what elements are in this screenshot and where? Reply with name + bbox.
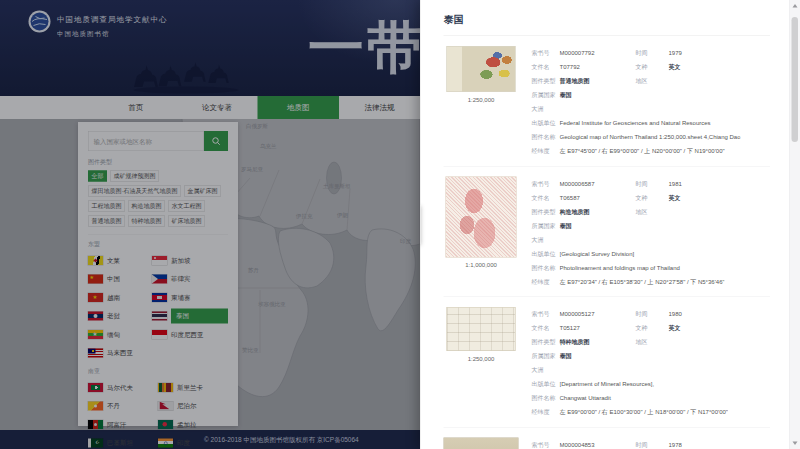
field-label: 文件名	[532, 324, 560, 333]
field-value: T05127	[560, 325, 636, 332]
field-label: 大洲	[532, 366, 560, 375]
panel-scrollbar[interactable]	[790, 0, 800, 449]
field-label: 图件类型	[532, 207, 560, 216]
record-scale: 1:250,000	[444, 355, 519, 362]
field-value: T07792	[560, 64, 636, 71]
field-value[interactable]: 泰国	[560, 91, 741, 100]
field-label: 时间	[636, 49, 669, 58]
record-thumb-column: 1:250,000	[444, 46, 519, 158]
record-thumbnail[interactable]	[447, 46, 516, 92]
close-panel-button[interactable]: ×	[420, 205, 421, 244]
record-fields: 索书号M000006587 时间1981 文件名T06587 文种英文 图件类型…	[532, 177, 725, 289]
field-label: 图件名称	[532, 394, 560, 403]
field-label: 出版单位	[532, 380, 560, 389]
field-value: 左 E97°20'34" / 右 E105°38'30" / 上 N20°27'…	[560, 277, 725, 286]
record-thumb-column: 1:1,000,000	[444, 177, 519, 289]
record-scale: 1:1,000,000	[444, 262, 519, 269]
field-label: 时间	[636, 440, 669, 449]
scrollbar-thumb[interactable]	[792, 17, 799, 142]
field-value: 1979	[669, 50, 741, 57]
field-value[interactable]: 构造地质图	[560, 207, 636, 216]
field-label: 图件类型	[532, 77, 560, 86]
field-label: 所属国家	[532, 352, 560, 361]
record-fields: 索书号M000005127 时间1980 文件名T05127 文种英文 图件类型…	[532, 307, 728, 419]
field-label: 文件名	[532, 193, 560, 202]
field-value[interactable]: 普通地质图	[560, 77, 636, 86]
field-label: 地区	[636, 338, 669, 347]
results-panel: × 泰国 1:250,000 索书号M000007792 时间1979 文件名T…	[420, 0, 800, 449]
field-label: 地区	[636, 207, 669, 216]
field-label: 文件名	[532, 63, 560, 72]
field-value: 1978	[669, 441, 682, 448]
field-value: M000005127	[560, 311, 636, 318]
field-value: 左 E97°45'00" / 右 E99°00'00" / 上 N20°00'0…	[560, 147, 741, 156]
record-thumb-column	[444, 438, 519, 449]
field-value: M000004853	[560, 441, 636, 448]
field-value: [Department of Mineral Resources],	[560, 381, 728, 388]
field-label: 图件名称	[532, 263, 560, 272]
field-value[interactable]: 特种地质图	[560, 338, 636, 347]
field-value: Federal Institute for Geosciences and Na…	[560, 120, 741, 127]
field-label: 所属国家	[532, 221, 560, 230]
field-label: 经纬度	[532, 408, 560, 417]
record-scale: 1:250,000	[444, 96, 519, 103]
field-value: 英文	[669, 193, 725, 202]
field-label: 地区	[636, 77, 669, 86]
record-item[interactable]: 1:250,000 索书号M000005127 时间1980 文件名T05127…	[444, 297, 771, 428]
field-label: 时间	[636, 310, 669, 319]
field-value: [Geological Survey Division]	[560, 250, 725, 257]
field-value: 英文	[669, 63, 741, 72]
scroll-down-icon[interactable]	[793, 442, 798, 446]
field-value: 1981	[669, 180, 725, 187]
field-label: 文种	[636, 324, 669, 333]
record-thumbnail[interactable]	[444, 438, 519, 449]
record-item[interactable]: 1:250,000 索书号M000007792 时间1979 文件名T07792…	[444, 36, 771, 167]
field-label: 时间	[636, 179, 669, 188]
field-label: 经纬度	[532, 277, 560, 286]
field-value: Changwat Uttaradit	[560, 395, 728, 402]
field-label: 经纬度	[532, 147, 560, 156]
field-value: T06587	[560, 194, 636, 201]
field-label: 大洲	[532, 235, 560, 244]
field-label: 大洲	[532, 105, 560, 114]
field-value[interactable]: 泰国	[560, 221, 725, 230]
field-label: 索书号	[532, 49, 560, 58]
field-value: M000007792	[560, 50, 636, 57]
record-fields: 索书号M000007792 时间1979 文件名T07792 文种英文 图件类型…	[532, 46, 741, 158]
field-label: 出版单位	[532, 119, 560, 128]
record-fields: 索书号M000004853 时间1978 文件名 文种 图件类型 地区 所属国家…	[532, 438, 682, 449]
panel-title: 泰国	[444, 13, 771, 27]
dim-overlay	[0, 0, 420, 449]
field-label: 图件名称	[532, 133, 560, 142]
field-label: 索书号	[532, 310, 560, 319]
field-value: M000006587	[560, 180, 636, 187]
field-value: Photolineament and foldings map of Thail…	[560, 264, 725, 271]
field-label: 所属国家	[532, 91, 560, 100]
field-value: 1980	[669, 311, 728, 318]
scroll-up-icon[interactable]	[793, 4, 798, 8]
field-value: 英文	[669, 324, 728, 333]
record-item[interactable]: 索书号M000004853 时间1978 文件名 文种 图件类型 地区 所属国家…	[444, 428, 771, 449]
record-item[interactable]: 1:1,000,000 索书号M000006587 时间1981 文件名T065…	[444, 167, 771, 298]
field-label: 出版单位	[532, 249, 560, 258]
record-thumbnail[interactable]	[446, 177, 517, 258]
field-label: 文种	[636, 193, 669, 202]
record-thumb-column: 1:250,000	[444, 307, 519, 419]
field-label: 索书号	[532, 440, 560, 449]
field-value[interactable]: 泰国	[560, 352, 728, 361]
record-thumbnail[interactable]	[447, 307, 516, 351]
field-label: 图件类型	[532, 338, 560, 347]
page: 中国地质调查局地学文献中心 中国地质图书馆 一带一路 首页 论文专著 地质图 法…	[0, 0, 800, 449]
field-value: Geological map of Northern Thailand 1:25…	[560, 134, 741, 141]
field-value: 左 E99°00'00" / 右 E100°30'00" / 上 N18°00'…	[560, 408, 728, 417]
field-label: 索书号	[532, 179, 560, 188]
field-label: 文种	[636, 63, 669, 72]
